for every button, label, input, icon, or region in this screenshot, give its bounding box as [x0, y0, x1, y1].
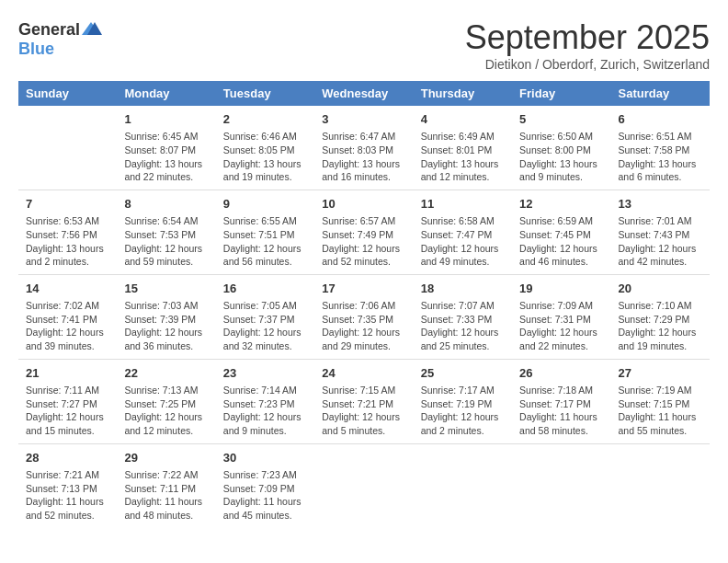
calendar-cell: 27Sunrise: 7:19 AM Sunset: 7:15 PM Dayli… [611, 359, 710, 443]
weekday-wednesday: Wednesday [314, 81, 413, 106]
day-number: 24 [322, 365, 405, 382]
day-number: 7 [26, 196, 109, 213]
calendar-cell: 19Sunrise: 7:09 AM Sunset: 7:31 PM Dayli… [512, 274, 610, 359]
day-info: Sunrise: 7:21 AM Sunset: 7:13 PM Dayligh… [26, 468, 109, 523]
logo-blue: Blue [18, 40, 54, 57]
week-row-4: 28Sunrise: 7:21 AM Sunset: 7:13 PM Dayli… [18, 443, 710, 527]
day-number: 1 [124, 111, 208, 128]
day-info: Sunrise: 7:10 AM Sunset: 7:29 PM Dayligh… [619, 299, 702, 353]
calendar-cell: 17Sunrise: 7:06 AM Sunset: 7:35 PM Dayli… [314, 274, 413, 359]
calendar-cell: 5Sunrise: 6:50 AM Sunset: 8:00 PM Daylig… [512, 106, 610, 190]
day-number: 20 [619, 281, 702, 297]
day-info: Sunrise: 7:19 AM Sunset: 7:15 PM Dayligh… [619, 384, 702, 438]
calendar-cell: 4Sunrise: 6:49 AM Sunset: 8:01 PM Daylig… [414, 106, 512, 190]
day-info: Sunrise: 7:14 AM Sunset: 7:23 PM Dayligh… [223, 384, 307, 438]
day-info: Sunrise: 7:18 AM Sunset: 7:17 PM Dayligh… [519, 384, 603, 438]
day-info: Sunrise: 6:49 AM Sunset: 8:01 PM Dayligh… [421, 130, 505, 184]
calendar-cell: 7Sunrise: 6:53 AM Sunset: 7:56 PM Daylig… [18, 190, 117, 274]
day-info: Sunrise: 7:06 AM Sunset: 7:35 PM Dayligh… [322, 299, 405, 353]
logo: General Blue [18, 18, 102, 57]
logo-general: General [18, 21, 80, 38]
calendar-cell: 9Sunrise: 6:55 AM Sunset: 7:51 PM Daylig… [216, 190, 314, 274]
day-number: 22 [124, 365, 208, 382]
day-number: 28 [26, 450, 109, 466]
day-number: 5 [519, 111, 603, 128]
day-info: Sunrise: 6:51 AM Sunset: 7:58 PM Dayligh… [619, 130, 702, 184]
day-info: Sunrise: 7:11 AM Sunset: 7:27 PM Dayligh… [26, 384, 109, 438]
day-number: 26 [519, 365, 603, 382]
day-number: 25 [421, 365, 505, 382]
logo-icon [80, 18, 102, 40]
calendar-cell: 29Sunrise: 7:22 AM Sunset: 7:11 PM Dayli… [117, 443, 215, 527]
calendar-cell: 1Sunrise: 6:45 AM Sunset: 8:07 PM Daylig… [117, 106, 215, 190]
day-number: 14 [26, 281, 109, 297]
day-number: 23 [223, 365, 307, 382]
day-info: Sunrise: 6:50 AM Sunset: 8:00 PM Dayligh… [519, 130, 603, 184]
calendar-cell: 30Sunrise: 7:23 AM Sunset: 7:09 PM Dayli… [216, 443, 314, 527]
calendar-cell: 25Sunrise: 7:17 AM Sunset: 7:19 PM Dayli… [414, 359, 512, 443]
day-number: 3 [322, 111, 405, 128]
calendar-cell: 15Sunrise: 7:03 AM Sunset: 7:39 PM Dayli… [117, 274, 215, 359]
day-info: Sunrise: 7:03 AM Sunset: 7:39 PM Dayligh… [124, 299, 208, 353]
day-info: Sunrise: 7:17 AM Sunset: 7:19 PM Dayligh… [421, 384, 505, 438]
day-number: 6 [619, 111, 702, 128]
day-info: Sunrise: 6:58 AM Sunset: 7:47 PM Dayligh… [421, 214, 505, 269]
calendar-cell [512, 443, 610, 527]
day-number: 12 [519, 196, 603, 213]
week-row-0: 1Sunrise: 6:45 AM Sunset: 8:07 PM Daylig… [18, 106, 710, 190]
calendar-cell: 3Sunrise: 6:47 AM Sunset: 8:03 PM Daylig… [314, 106, 413, 190]
day-info: Sunrise: 7:07 AM Sunset: 7:33 PM Dayligh… [421, 299, 505, 353]
day-number: 16 [223, 281, 307, 297]
weekday-thursday: Thursday [414, 81, 512, 106]
day-info: Sunrise: 6:57 AM Sunset: 7:49 PM Dayligh… [322, 214, 405, 269]
day-info: Sunrise: 7:01 AM Sunset: 7:43 PM Dayligh… [619, 214, 702, 269]
calendar-cell: 21Sunrise: 7:11 AM Sunset: 7:27 PM Dayli… [18, 359, 117, 443]
title-block: September 2025 Dietikon / Oberdorf, Zuri… [465, 18, 710, 72]
calendar-cell [611, 443, 710, 527]
day-number: 9 [223, 196, 307, 213]
day-number: 11 [421, 196, 505, 213]
week-row-2: 14Sunrise: 7:02 AM Sunset: 7:41 PM Dayli… [18, 274, 710, 359]
day-info: Sunrise: 6:53 AM Sunset: 7:56 PM Dayligh… [26, 214, 109, 269]
day-number: 13 [619, 196, 702, 213]
day-info: Sunrise: 7:02 AM Sunset: 7:41 PM Dayligh… [26, 299, 109, 353]
calendar-cell: 28Sunrise: 7:21 AM Sunset: 7:13 PM Dayli… [18, 443, 117, 527]
day-number: 17 [322, 281, 405, 297]
weekday-monday: Monday [117, 81, 215, 106]
day-info: Sunrise: 7:05 AM Sunset: 7:37 PM Dayligh… [223, 299, 307, 353]
calendar-cell: 12Sunrise: 6:59 AM Sunset: 7:45 PM Dayli… [512, 190, 610, 274]
day-number: 18 [421, 281, 505, 297]
day-number: 27 [619, 365, 702, 382]
day-info: Sunrise: 6:59 AM Sunset: 7:45 PM Dayligh… [519, 214, 603, 269]
day-number: 30 [223, 450, 307, 466]
day-number: 10 [322, 196, 405, 213]
calendar-cell: 22Sunrise: 7:13 AM Sunset: 7:25 PM Dayli… [117, 359, 215, 443]
calendar-cell: 6Sunrise: 6:51 AM Sunset: 7:58 PM Daylig… [611, 106, 710, 190]
calendar-cell: 16Sunrise: 7:05 AM Sunset: 7:37 PM Dayli… [216, 274, 314, 359]
day-number: 21 [26, 365, 109, 382]
week-row-3: 21Sunrise: 7:11 AM Sunset: 7:27 PM Dayli… [18, 359, 710, 443]
day-info: Sunrise: 7:22 AM Sunset: 7:11 PM Dayligh… [124, 468, 208, 523]
calendar-cell: 26Sunrise: 7:18 AM Sunset: 7:17 PM Dayli… [512, 359, 610, 443]
day-number: 29 [124, 450, 208, 466]
calendar-cell [314, 443, 413, 527]
calendar-cell [414, 443, 512, 527]
calendar-table: SundayMondayTuesdayWednesdayThursdayFrid… [18, 81, 710, 528]
day-number: 19 [519, 281, 603, 297]
weekday-saturday: Saturday [611, 81, 710, 106]
calendar-cell [18, 106, 117, 190]
day-info: Sunrise: 6:45 AM Sunset: 8:07 PM Dayligh… [124, 130, 208, 184]
day-info: Sunrise: 6:46 AM Sunset: 8:05 PM Dayligh… [223, 130, 307, 184]
weekday-header-row: SundayMondayTuesdayWednesdayThursdayFrid… [18, 81, 710, 106]
calendar-cell: 18Sunrise: 7:07 AM Sunset: 7:33 PM Dayli… [414, 274, 512, 359]
day-number: 2 [223, 111, 307, 128]
day-info: Sunrise: 6:55 AM Sunset: 7:51 PM Dayligh… [223, 214, 307, 269]
calendar-body: 1Sunrise: 6:45 AM Sunset: 8:07 PM Daylig… [18, 106, 710, 528]
page-header: General Blue September 2025 Dietikon / O… [18, 18, 710, 72]
day-info: Sunrise: 7:15 AM Sunset: 7:21 PM Dayligh… [322, 384, 405, 438]
day-number: 8 [124, 196, 208, 213]
calendar-cell: 13Sunrise: 7:01 AM Sunset: 7:43 PM Dayli… [611, 190, 710, 274]
day-info: Sunrise: 6:47 AM Sunset: 8:03 PM Dayligh… [322, 130, 405, 184]
weekday-tuesday: Tuesday [216, 81, 314, 106]
calendar-cell: 24Sunrise: 7:15 AM Sunset: 7:21 PM Dayli… [314, 359, 413, 443]
